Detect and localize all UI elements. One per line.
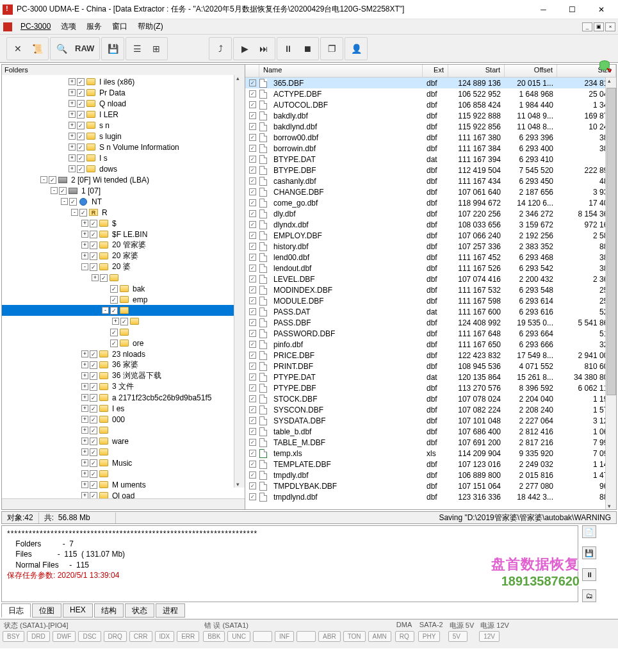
file-list[interactable]: ✓365.DBFdbf124 889 13620 015 1...234 810…: [245, 78, 616, 509]
binocular-icon[interactable]: 🔍: [52, 39, 71, 58]
file-row[interactable]: ✓CHANGE.DBFdbf107 061 6402 187 6563 934: [245, 186, 616, 197]
export-icon[interactable]: ⤴: [211, 39, 230, 58]
tree-row[interactable]: +✓I es: [2, 403, 245, 414]
file-row[interactable]: ✓PASS.DATdat111 167 6006 293 616521: [245, 306, 616, 317]
file-row[interactable]: ✓SYSDATA.DBFdbf107 101 0482 227 0643 125: [245, 415, 616, 426]
tree-hscrollbar[interactable]: [2, 498, 245, 509]
file-checkbox[interactable]: ✓: [245, 428, 259, 435]
file-row[interactable]: ✓MODINDEX.DBFdbf111 167 5326 293 548258: [245, 284, 616, 295]
tree-checkbox[interactable]: ✓: [90, 383, 97, 391]
tree-checkbox[interactable]: ✓: [90, 438, 97, 445]
tree-checkbox[interactable]: ✓: [110, 296, 118, 304]
file-row[interactable]: ✓PTYPE.DBFdbf113 270 5768 396 5926 062 1…: [245, 382, 616, 393]
tree-checkbox[interactable]: ✓: [90, 481, 97, 489]
tree-expander-icon[interactable]: +: [81, 361, 88, 368]
file-row[interactable]: ✓EMPLOY.DBFdbf107 066 2402 192 2562 582: [245, 230, 616, 241]
tree-checkbox[interactable]: ✓: [90, 427, 97, 434]
tree-expander-icon[interactable]: +: [69, 78, 76, 85]
tree-checkbox[interactable]: ✓: [90, 263, 97, 271]
log-tab-结构[interactable]: 结构: [94, 603, 124, 618]
file-row[interactable]: ✓PRINT.DBFdbf108 945 5364 071 552810 609: [245, 361, 616, 372]
tree-checkbox[interactable]: ✓: [90, 470, 97, 478]
tree-row[interactable]: -✓: [2, 305, 245, 316]
menu-item-2[interactable]: 服务: [81, 20, 107, 32]
tree-expander-icon[interactable]: +: [69, 133, 76, 140]
tree-expander-icon[interactable]: -: [51, 187, 58, 194]
file-row[interactable]: ✓temp.xlsxls114 209 9049 335 9207 095: [245, 448, 616, 459]
col-offset[interactable]: Offset: [505, 65, 557, 77]
tree-row[interactable]: +✓M uments: [2, 479, 245, 490]
file-checkbox[interactable]: ✓: [245, 79, 259, 86]
file-checkbox[interactable]: ✓: [245, 450, 259, 457]
menu-item-0[interactable]: PC-3000: [15, 20, 56, 32]
side-tool-icon[interactable]: [595, 56, 614, 76]
tree-row[interactable]: -✓20 婆: [2, 261, 245, 272]
tree-checkbox[interactable]: ✓: [90, 252, 97, 260]
copy-icon[interactable]: ❐: [322, 39, 341, 58]
tree-row[interactable]: -✓NT: [2, 196, 245, 207]
tree-row[interactable]: +✓a 2171f23cb5c26b9d9ba51f5: [2, 392, 245, 403]
tree-expand-icon[interactable]: ⊞: [147, 39, 166, 58]
mdi-close-button[interactable]: ×: [605, 22, 615, 31]
file-checkbox[interactable]: ✓: [245, 384, 259, 391]
tree-expander-icon[interactable]: [102, 340, 109, 347]
tree-checkbox[interactable]: ✓: [90, 242, 97, 249]
exit-icon[interactable]: 👤: [346, 39, 366, 58]
log-tab-日志[interactable]: 日志: [1, 603, 31, 618]
tree-row[interactable]: -✓RR: [2, 207, 245, 218]
file-checkbox[interactable]: ✓: [245, 308, 259, 315]
tree-expander-icon[interactable]: +: [81, 427, 88, 434]
tree-checkbox[interactable]: ✓: [77, 133, 85, 140]
tree-row[interactable]: +✓$F LE.BIN: [2, 229, 245, 240]
tree-row[interactable]: +✓I LER: [2, 109, 245, 120]
file-row[interactable]: ✓borrowin.dbfdbf111 167 3846 293 400386: [245, 143, 616, 154]
file-row[interactable]: ✓table_b.dbfdbf107 686 4002 812 4161 066: [245, 426, 616, 437]
file-row[interactable]: ✓SYSCON.DBFdbf107 082 2242 208 2401 578: [245, 404, 616, 415]
tree-expander-icon[interactable]: -: [102, 307, 109, 314]
step-icon[interactable]: ⏭: [254, 39, 273, 58]
tree-checkbox[interactable]: ✓: [90, 350, 97, 358]
file-checkbox[interactable]: ✓: [245, 188, 259, 195]
tree-row[interactable]: +✓: [2, 468, 245, 479]
file-checkbox[interactable]: ✓: [245, 341, 259, 348]
file-row[interactable]: ✓borrow00.dbfdbf111 167 3806 293 396386: [245, 132, 616, 143]
tree-expander-icon[interactable]: [102, 296, 109, 303]
file-checkbox[interactable]: ✓: [245, 199, 259, 206]
file-checkbox[interactable]: ✓: [245, 101, 259, 108]
file-row[interactable]: ✓PASSWORD.DBFdbf111 167 6486 293 664510: [245, 328, 616, 339]
file-checkbox[interactable]: ✓: [245, 221, 259, 228]
file-list-header[interactable]: Name Ext Start Offset Size: [245, 65, 616, 78]
file-row[interactable]: ✓dly.dbfdbf107 220 2562 346 2728 154 362: [245, 208, 616, 219]
file-row[interactable]: ✓ACTYPE.DBFdbf106 522 9521 648 96825 044: [245, 88, 616, 99]
file-row[interactable]: ✓come_go.dbfdbf118 994 67214 120 6...17 …: [245, 197, 616, 208]
file-row[interactable]: ✓tmpdlynd.dbfdbf123 316 33618 442 3...88…: [245, 491, 616, 502]
file-row[interactable]: ✓TMPDLYBAK.DBFdbf107 151 0642 277 080961: [245, 480, 616, 491]
tree-expander-icon[interactable]: +: [92, 274, 99, 281]
tree-expander-icon[interactable]: +: [81, 448, 88, 455]
tree-row[interactable]: +✓S n Volume Information: [2, 142, 245, 152]
tree-row[interactable]: +✓: [2, 447, 245, 457]
file-row[interactable]: ✓lend00.dbfdbf111 167 4526 293 468386: [245, 252, 616, 263]
file-checkbox[interactable]: ✓: [245, 406, 259, 413]
file-row[interactable]: ✓lendout.dbfdbf111 167 5266 293 542386: [245, 263, 616, 274]
tree-checkbox[interactable]: ✓: [90, 361, 97, 369]
tree-row[interactable]: ✓: [2, 327, 245, 338]
tree-checkbox[interactable]: ✓: [90, 220, 97, 227]
tree-row[interactable]: +✓Pr Data: [2, 87, 245, 98]
file-checkbox[interactable]: ✓: [245, 156, 259, 163]
tree-expander-icon[interactable]: +: [69, 154, 76, 161]
col-name[interactable]: Name: [259, 65, 423, 77]
tree-expander-icon[interactable]: +: [81, 416, 88, 423]
tree-checkbox[interactable]: ✓: [77, 111, 85, 119]
tree-expander-icon[interactable]: +: [112, 318, 119, 325]
tree-checkbox[interactable]: ✓: [77, 165, 85, 173]
tree-checkbox[interactable]: ✓: [110, 340, 118, 347]
tree-checkbox[interactable]: ✓: [59, 187, 67, 195]
tree-expander-icon[interactable]: +: [81, 220, 88, 227]
tree-checkbox[interactable]: ✓: [77, 78, 85, 86]
mdi-minimize-button[interactable]: _: [582, 22, 592, 31]
file-row[interactable]: ✓bakdlynd.dbfdbf115 922 85611 048 8...10…: [245, 121, 616, 132]
tree-expander-icon[interactable]: +: [69, 111, 76, 118]
close-button[interactable]: ✕: [587, 0, 615, 19]
tree-row[interactable]: +✓: [2, 425, 245, 436]
